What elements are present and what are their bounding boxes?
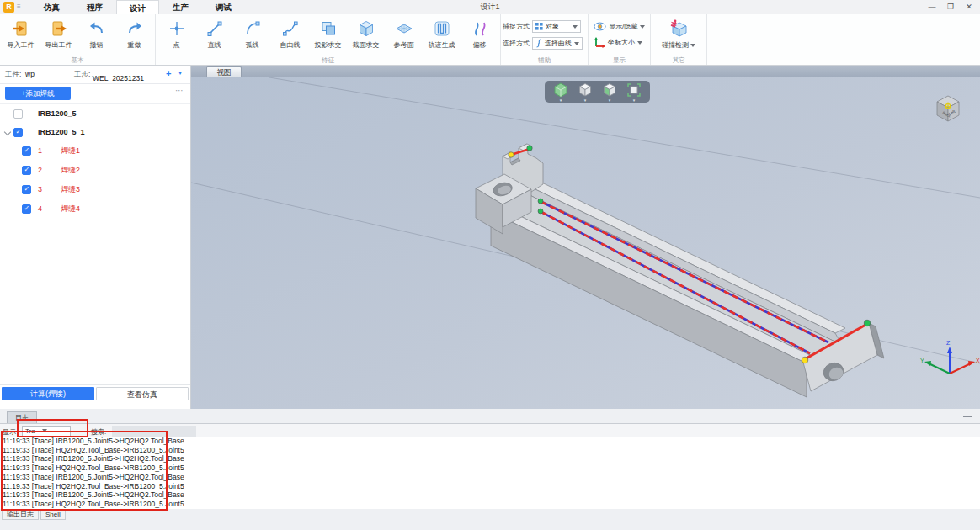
viewport-tab-strip: 视图 — [191, 66, 980, 77]
chevron-down-icon — [42, 429, 47, 432]
eye-icon — [594, 22, 606, 31]
workpiece-value: wp — [25, 70, 35, 78]
checkbox-checked[interactable] — [22, 185, 31, 194]
viewport-toolbar: ▾ ▾ ▾ ▾ — [545, 81, 650, 103]
more-options-button[interactable]: ⋯ — [175, 86, 184, 95]
tab-view[interactable]: 视图 — [206, 66, 242, 77]
trajectory-generate-button[interactable]: 轨迹生成 — [423, 15, 461, 50]
tab-program[interactable]: 程序 — [73, 0, 116, 14]
checkbox-checked[interactable] — [22, 146, 31, 156]
workpiece-label: 工件: — [5, 70, 21, 80]
tree-row-weld-4[interactable]: 4 焊缝4 — [0, 199, 190, 218]
line-button[interactable]: 直线 — [195, 15, 233, 50]
chevron-down-icon: ▾ — [633, 98, 636, 102]
log-search-input[interactable] — [112, 426, 196, 437]
viewport-canvas[interactable]: Back Left Z X Y — [191, 77, 980, 412]
tree-row-irb1200-5-1[interactable]: IRB1200_5_1 — [0, 123, 190, 141]
chevron-down-icon: ▾ — [560, 98, 562, 102]
view-cube[interactable]: Back Left — [937, 96, 959, 121]
checkbox-checked[interactable] — [13, 128, 23, 137]
application-window: R ≡ 设计1 仿真 程序 设计 生产 调试 — ❐ ✕ 导入工件 — [0, 0, 980, 530]
title-bar: R ≡ 设计1 仿真 程序 设计 生产 调试 — ❐ ✕ — [0, 0, 980, 14]
tab-design[interactable]: 设计 — [116, 0, 159, 14]
maximize-button[interactable]: ❐ — [941, 0, 960, 14]
checkbox-unchecked[interactable] — [13, 109, 23, 119]
chevron-down-icon — [574, 42, 579, 45]
workpiece-header: 工件: wp 工步: WEL_20251231_ + ▾ — [0, 66, 190, 84]
snap-grid-icon — [535, 23, 543, 30]
log-line: 11:19:33 [Trace] HQ2HQ2.Tool_Base->IRB12… — [0, 446, 980, 455]
tab-production[interactable]: 生产 — [159, 0, 202, 14]
checkbox-checked[interactable] — [22, 166, 31, 175]
zoom-fit-button[interactable]: ▾ — [626, 82, 642, 102]
collision-detect-icon — [668, 18, 690, 40]
log-line: 11:19:33 [Trace] HQ2HQ2.Tool_Base->IRB12… — [0, 482, 980, 491]
axis-icon — [594, 37, 605, 48]
tree-row-irb1200-5[interactable]: IRB1200_5 — [0, 104, 190, 123]
cube-icon — [577, 82, 594, 98]
hexagon-icon — [552, 82, 569, 98]
tab-output-log[interactable]: 输出日志 — [2, 509, 39, 520]
collapse-log-button[interactable] — [963, 416, 972, 417]
collision-detect-button[interactable]: 碰撞检测 — [654, 15, 703, 50]
log-line: 11:19:33 [Trace] IRB1200_5.Joint5->HQ2HQ… — [0, 437, 980, 446]
chevron-down-icon: ▾ — [584, 98, 587, 102]
arc-icon — [243, 18, 262, 40]
chevron-down-icon — [637, 41, 642, 45]
checkbox-checked[interactable] — [22, 204, 31, 214]
point-icon — [168, 18, 186, 40]
log-bottom-tabs: 输出日志 Shell — [2, 509, 66, 520]
log-level-select[interactable]: Tra — [22, 426, 71, 437]
point-button[interactable]: 点 — [157, 15, 195, 50]
export-part-icon — [50, 18, 68, 40]
redo-button[interactable]: 重做 — [115, 15, 153, 50]
undo-icon — [88, 18, 106, 40]
redo-icon — [125, 18, 144, 40]
standard-view-button[interactable]: ▾ — [601, 82, 618, 102]
projection-intersect-button[interactable]: 投影求交 — [309, 15, 347, 50]
log-filter-row: 显示 Tra 搜索: — [0, 423, 980, 437]
log-line: 11:19:33 [Trace] IRB1200_5.Joint5->HQ2HQ… — [0, 454, 980, 464]
menu-icon[interactable]: ≡ — [17, 3, 21, 10]
offset-icon — [471, 18, 489, 40]
view-orientation-button[interactable]: ▾ — [577, 82, 594, 102]
step-menu-button[interactable]: ▾ — [178, 69, 182, 77]
offset-button[interactable]: 偏移 — [461, 15, 498, 50]
close-button[interactable]: ✕ — [960, 0, 978, 14]
log-line: 11:19:33 [Trace] HQ2HQ2.Tool_Base->IRB12… — [0, 464, 980, 473]
add-weldline-button[interactable]: +添加焊线 — [5, 87, 71, 100]
app-logo[interactable]: R — [3, 2, 14, 13]
snap-mode-select[interactable]: 对象 — [532, 20, 581, 33]
arc-button[interactable]: 弧线 — [233, 15, 271, 50]
tree-row-weld-2[interactable]: 2 焊缝2 — [0, 161, 190, 179]
chevron-down-icon — [640, 25, 645, 29]
step-label: 工步: — [74, 70, 90, 80]
left-panel: 工件: wp 工步: WEL_20251231_ + ▾ +添加焊线 ⋯ IRB… — [0, 66, 191, 412]
tab-log[interactable]: 日志 — [7, 411, 37, 423]
render-style-button[interactable]: ▾ — [552, 82, 569, 102]
tree-row-weld-3[interactable]: 3 焊缝3 — [0, 180, 190, 199]
tab-simulation[interactable]: 仿真 — [30, 0, 73, 14]
coordinate-size-button[interactable]: 坐标大小 — [594, 36, 642, 49]
ribbon: 导入工件 导出工件 撤销 重做 基本 — [0, 14, 980, 66]
reference-plane-button[interactable]: 参考面 — [385, 15, 423, 50]
selection-mode-select[interactable]: 选择曲线 — [532, 37, 583, 50]
tab-debug[interactable]: 调试 — [202, 0, 245, 14]
section-intersect-button[interactable]: 截面求交 — [347, 15, 385, 50]
import-part-button[interactable]: 导入工件 — [2, 15, 40, 50]
tree-row-weld-1[interactable]: 1 焊缝1 — [0, 141, 190, 160]
search-label: 搜索: — [91, 427, 106, 437]
log-line: 11:19:33 [Trace] IRB1200_5.Joint5->HQ2HQ… — [0, 473, 980, 482]
expander-chevron-icon[interactable] — [4, 129, 11, 135]
show-hide-button[interactable]: 显示/隐藏 — [594, 20, 645, 33]
view-simulation-button[interactable]: 查看仿真 — [96, 387, 189, 400]
undo-button[interactable]: 撤销 — [77, 15, 115, 50]
freeline-button[interactable]: 自由线 — [271, 15, 309, 50]
compute-weld-button[interactable]: 计算(焊接) — [2, 387, 94, 400]
tab-shell[interactable]: Shell — [40, 509, 66, 520]
export-part-button[interactable]: 导出工件 — [40, 15, 77, 50]
minimize-button[interactable]: — — [923, 0, 941, 14]
log-line: 11:19:33 [Trace] IRB1200_5.Joint5->HQ2HQ… — [0, 490, 980, 500]
add-step-button[interactable]: + — [166, 68, 171, 78]
log-output: 11:19:33 [Trace] IRB1200_5.Joint5->HQ2HQ… — [0, 437, 980, 509]
